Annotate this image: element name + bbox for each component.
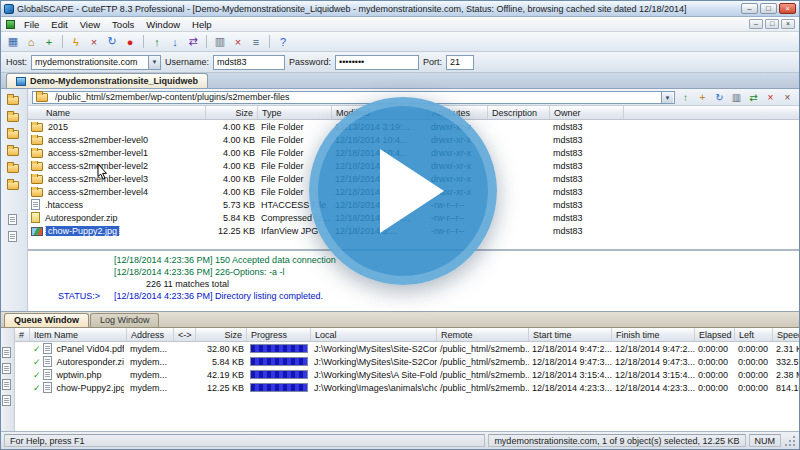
menu-window[interactable]: Window: [140, 18, 186, 31]
view-mode-icon[interactable]: ▥: [212, 34, 228, 50]
file-owner: mdst83: [550, 174, 624, 184]
remote-path-combo[interactable]: /public_html/s2member/wp-content/plugins…: [32, 91, 675, 104]
close-icon[interactable]: ×: [780, 90, 795, 104]
password-input[interactable]: [336, 56, 418, 69]
queue-item-marker-icon[interactable]: [1, 362, 15, 374]
folder-icon: [36, 93, 48, 102]
column-header-address[interactable]: Address: [127, 328, 174, 341]
queue-elapsed: 0:00:00: [695, 344, 735, 354]
display-panes-icon[interactable]: ▦: [5, 34, 21, 50]
connect-icon[interactable]: ϟ: [68, 34, 84, 50]
site-folder-icon[interactable]: [7, 94, 21, 106]
folder-up-icon[interactable]: ↑: [678, 90, 693, 104]
queue-item-marker-icon[interactable]: [1, 394, 15, 406]
site-folder-icon[interactable]: [7, 111, 21, 123]
tab-queue-window[interactable]: Queue Window: [4, 313, 89, 327]
status-help-text: For Help, press F1: [4, 434, 485, 447]
menu-help[interactable]: Help: [186, 18, 218, 31]
column-header-elapsed[interactable]: Elapsed: [695, 328, 735, 341]
host-label: Host:: [6, 57, 27, 67]
new-site-icon[interactable]: +: [41, 34, 57, 50]
properties-icon[interactable]: ≡: [248, 34, 264, 50]
menu-view[interactable]: View: [74, 18, 106, 31]
file-owner: mdst83: [550, 148, 624, 158]
column-header-finish-time[interactable]: Finish time: [612, 328, 695, 341]
maximize-button[interactable]: □: [760, 3, 777, 14]
mdi-close-button[interactable]: ×: [781, 19, 795, 29]
column-header-speed[interactable]: Speed: [773, 328, 799, 341]
document-shortcut-icon[interactable]: [7, 230, 21, 242]
transfer-icon[interactable]: ⇄: [185, 34, 201, 50]
path-dropdown-arrow[interactable]: ▼: [661, 92, 673, 103]
queue-item-name: Autoresponder.zip: [55, 357, 124, 367]
video-play-button[interactable]: [309, 97, 497, 285]
strip-glyph: [2, 379, 11, 390]
queue-row[interactable]: ✓wptwin.php mydem... 42.19 KB J:\Working…: [15, 368, 799, 381]
upload-icon[interactable]: ↑: [149, 34, 165, 50]
host-dropdown-arrow[interactable]: ▼: [148, 56, 160, 69]
column-header-type[interactable]: Type: [258, 106, 332, 119]
stop-icon[interactable]: ●: [122, 34, 138, 50]
column-header-local[interactable]: Local: [311, 328, 437, 341]
port-input[interactable]: [447, 56, 473, 69]
new-folder-icon[interactable]: +: [695, 90, 710, 104]
column-header-remote[interactable]: Remote: [437, 328, 529, 341]
column-header-name[interactable]: Name: [28, 106, 206, 119]
transfer-icon[interactable]: ⇄: [746, 90, 761, 104]
menu-edit[interactable]: Edit: [45, 18, 73, 31]
column-header-owner[interactable]: Owner: [550, 106, 624, 119]
mdi-restore-button[interactable]: □: [765, 19, 779, 29]
queue-item-marker-icon[interactable]: [1, 378, 15, 390]
close-button[interactable]: ×: [779, 3, 796, 14]
session-tab-bar: Demo-Mydemonstrationsite_Liquidweb: [1, 73, 799, 89]
column-header-progress[interactable]: Progress: [247, 328, 311, 341]
site-folder-icon[interactable]: [7, 128, 21, 140]
session-tab[interactable]: Demo-Mydemonstrationsite_Liquidweb: [6, 73, 208, 88]
file-name: Autoresponder.zip: [43, 213, 120, 223]
queue-row[interactable]: ✓cPanel Vid04.pdf mydem... 32.80 KB J:\W…: [15, 342, 799, 355]
file-type-icon: [31, 149, 43, 158]
site-manager-icon[interactable]: ⌂: [23, 34, 39, 50]
mdi-child-icon: [6, 20, 15, 29]
queue-item-name: wptwin.php: [55, 370, 104, 380]
host-input[interactable]: [32, 56, 148, 69]
queue-item-marker-icon[interactable]: [1, 346, 15, 358]
menu-items: FileEditViewToolsWindowHelp: [18, 18, 218, 31]
refresh-icon[interactable]: ↻: [104, 34, 120, 50]
file-type-icon: [43, 382, 52, 393]
resize-grip-icon[interactable]: [784, 435, 796, 447]
username-input[interactable]: [214, 56, 284, 69]
delete-icon[interactable]: ×: [230, 34, 246, 50]
queue-row[interactable]: ✓chow-Puppy2.jpg mydem... 12.25 KB J:\Wo…: [15, 381, 799, 394]
column-header-left[interactable]: Left: [735, 328, 773, 341]
remote-pane-toolbar: ↑+↻▥⇄××: [678, 90, 795, 104]
mdi-minimize-button[interactable]: –: [749, 19, 763, 29]
menu-file[interactable]: File: [18, 18, 45, 31]
queue-row[interactable]: ✓Autoresponder.zip mydem... 5.84 KB J:\W…: [15, 355, 799, 368]
help-icon[interactable]: ?: [275, 34, 291, 50]
column-header-direction[interactable]: <->: [174, 328, 196, 341]
menu-tools[interactable]: Tools: [106, 18, 140, 31]
log-prefix: [90, 278, 146, 290]
refresh-icon[interactable]: ↻: [712, 90, 727, 104]
site-folder-icon[interactable]: [7, 145, 21, 157]
log-line: 226 11 matches total: [90, 278, 795, 290]
site-folder-icon[interactable]: [7, 162, 21, 174]
disconnect-icon[interactable]: ×: [86, 34, 102, 50]
minimize-button[interactable]: –: [741, 3, 758, 14]
column-header-description[interactable]: Description: [488, 106, 550, 119]
column-header-size[interactable]: Size: [196, 328, 247, 341]
column-header-item-name[interactable]: Item Name: [30, 328, 127, 341]
tab-log-window[interactable]: Log Window: [90, 313, 160, 327]
column-header-number[interactable]: #: [15, 328, 30, 341]
column-header-start-time[interactable]: Start time: [529, 328, 612, 341]
queue-local-path: J:\Working\Images\animals\chow-Pup...: [311, 383, 437, 393]
log-line: STATUS:>[12/18/2014 4:23:36 PM] Director…: [58, 290, 795, 302]
queue-table: # Item Name Address <-> Size Progress Lo…: [15, 328, 799, 431]
column-header-size[interactable]: Size: [206, 106, 258, 119]
download-icon[interactable]: ↓: [167, 34, 183, 50]
document-shortcut-icon[interactable]: [7, 213, 21, 225]
view-icon[interactable]: ▥: [729, 90, 744, 104]
stop-icon[interactable]: ×: [763, 90, 778, 104]
strip-spacer[interactable]: [7, 196, 21, 208]
